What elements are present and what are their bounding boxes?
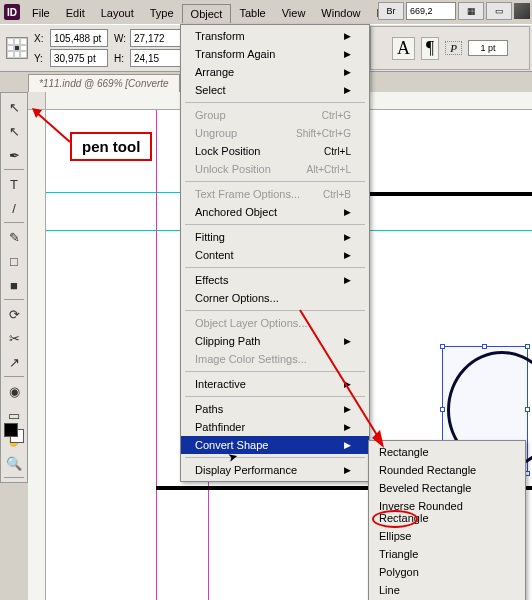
menu-item-object-layer-options-: Object Layer Options... xyxy=(181,314,369,332)
vertical-ruler[interactable] xyxy=(28,110,46,600)
menu-item-ungroup: UngroupShift+Ctrl+G xyxy=(181,124,369,142)
reference-point-grid[interactable] xyxy=(6,37,28,59)
selection-tool[interactable]: ↖ xyxy=(2,96,26,118)
submenu-item-rounded-rectangle[interactable]: Rounded Rectangle xyxy=(369,461,525,479)
menu-item-paths[interactable]: Paths▶ xyxy=(181,400,369,418)
menu-view[interactable]: View xyxy=(274,4,314,22)
bridge-icon[interactable]: Br xyxy=(378,2,404,20)
menu-layout[interactable]: Layout xyxy=(93,4,142,22)
view-mode-icon[interactable]: ▦ xyxy=(458,2,484,20)
menu-type[interactable]: Type xyxy=(142,4,182,22)
submenu-item-inverse-rounded-rectangle[interactable]: Inverse Rounded Rectangle xyxy=(369,497,525,527)
p-style-icon[interactable]: P xyxy=(445,41,462,55)
submenu-item-rectangle[interactable]: Rectangle xyxy=(369,443,525,461)
menu-item-content[interactable]: Content▶ xyxy=(181,246,369,264)
rotate-tool[interactable]: ⟳ xyxy=(2,303,26,325)
top-right-controls: Br 669,2 ▦ ▭ xyxy=(378,2,530,20)
menu-item-arrange[interactable]: Arrange▶ xyxy=(181,63,369,81)
submenu-item-polygon[interactable]: Polygon xyxy=(369,563,525,581)
color-well[interactable] xyxy=(4,423,24,443)
menu-item-text-frame-options-: Text Frame Options...Ctrl+B xyxy=(181,185,369,203)
y-field[interactable] xyxy=(50,49,108,67)
paragraph-panel-icon[interactable]: ¶ xyxy=(421,37,439,60)
zoom-field[interactable]: 669,2 xyxy=(406,2,456,20)
menu-file[interactable]: File xyxy=(24,4,58,22)
menu-item-effects[interactable]: Effects▶ xyxy=(181,271,369,289)
menu-item-fitting[interactable]: Fitting▶ xyxy=(181,228,369,246)
annotation-callout: pen tool xyxy=(70,132,152,161)
menu-item-convert-shape[interactable]: Convert Shape▶ xyxy=(181,436,369,454)
menu-window[interactable]: Window xyxy=(313,4,368,22)
menu-item-transform[interactable]: Transform▶ xyxy=(181,27,369,45)
w-label: W: xyxy=(114,33,128,44)
right-panel-snippet: A ¶ P xyxy=(370,26,530,70)
menu-item-image-color-settings-: Image Color Settings... xyxy=(181,350,369,368)
menu-item-interactive[interactable]: Interactive▶ xyxy=(181,375,369,393)
menu-table[interactable]: Table xyxy=(231,4,273,22)
h-label: H: xyxy=(114,53,128,64)
free-transform-tool[interactable]: ↗ xyxy=(2,351,26,373)
document-tab[interactable]: *111.indd @ 669% [Converte xyxy=(28,74,180,92)
workspace-icon[interactable] xyxy=(514,3,530,19)
submenu-item-line[interactable]: Line xyxy=(369,581,525,599)
menu-item-lock-position[interactable]: Lock PositionCtrl+L xyxy=(181,142,369,160)
menu-item-anchored-object[interactable]: Anchored Object▶ xyxy=(181,203,369,221)
direct-selection-tool[interactable]: ↖ xyxy=(2,120,26,142)
gradient-tool[interactable]: ◉ xyxy=(2,380,26,402)
menu-item-transform-again[interactable]: Transform Again▶ xyxy=(181,45,369,63)
app-icon: ID xyxy=(4,4,20,20)
menu-edit[interactable]: Edit xyxy=(58,4,93,22)
x-field[interactable] xyxy=(50,29,108,47)
submenu-item-ellipse[interactable]: Ellipse xyxy=(369,527,525,545)
zoom-tool[interactable]: 🔍 xyxy=(2,452,26,474)
menu-item-unlock-position: Unlock PositionAlt+Ctrl+L xyxy=(181,160,369,178)
document-tab-bar: *111.indd @ 669% [Converte xyxy=(28,72,180,92)
scissors-tool[interactable]: ✂ xyxy=(2,327,26,349)
artwork-stroke xyxy=(368,192,532,196)
x-label: X: xyxy=(34,33,48,44)
rectangle-tool[interactable]: ■ xyxy=(2,274,26,296)
stroke-weight-field[interactable] xyxy=(468,40,508,56)
menu-object[interactable]: Object xyxy=(182,4,232,23)
y-label: Y: xyxy=(34,53,48,64)
convert-shape-submenu: RectangleRounded RectangleBeveled Rectan… xyxy=(368,440,526,600)
menu-item-display-performance[interactable]: Display Performance▶ xyxy=(181,461,369,479)
submenu-item-beveled-rectangle[interactable]: Beveled Rectangle xyxy=(369,479,525,497)
submenu-item-triangle[interactable]: Triangle xyxy=(369,545,525,563)
menu-item-group: GroupCtrl+G xyxy=(181,106,369,124)
ruler-origin[interactable] xyxy=(28,92,46,110)
menu-item-corner-options-[interactable]: Corner Options... xyxy=(181,289,369,307)
menu-item-select[interactable]: Select▶ xyxy=(181,81,369,99)
rectangle-frame-tool[interactable]: □ xyxy=(2,250,26,272)
arrange-icon[interactable]: ▭ xyxy=(486,2,512,20)
guide-vertical[interactable] xyxy=(156,110,157,600)
menubar: FileEditLayoutTypeObjectTableViewWindowH… xyxy=(24,2,407,24)
menu-item-pathfinder[interactable]: Pathfinder▶ xyxy=(181,418,369,436)
character-panel-icon[interactable]: A xyxy=(392,37,415,60)
menu-item-clipping-path[interactable]: Clipping Path▶ xyxy=(181,332,369,350)
pen-tool[interactable]: ✒ xyxy=(2,144,26,166)
line-tool[interactable]: / xyxy=(2,197,26,219)
type-tool[interactable]: T xyxy=(2,173,26,195)
pencil-tool[interactable]: ✎ xyxy=(2,226,26,248)
object-menu-dropdown: Transform▶Transform Again▶Arrange▶Select… xyxy=(180,24,370,482)
